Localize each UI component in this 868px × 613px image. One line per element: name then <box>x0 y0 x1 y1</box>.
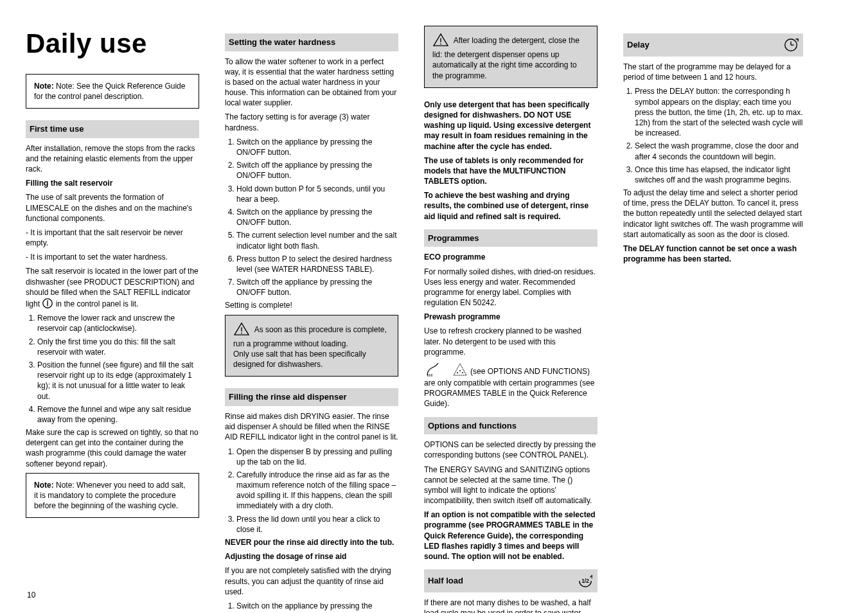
section-first-time-use: First time use <box>26 120 199 138</box>
hstep2: Switch off the appliance by pressing the… <box>236 160 398 181</box>
hstep3: Hold down button P for 5 seconds, until … <box>236 184 398 204</box>
note-box-salt-mandatory: Note: Note: Whenever you need to add sal… <box>26 473 199 519</box>
section-half-load: Half load 1/2 <box>424 569 598 592</box>
energy-saving-icon <box>424 367 443 376</box>
note-box-qrg: Note: Note: See the Quick Reference Guid… <box>26 74 199 109</box>
li-salt-never-empty: It is important that the salt reservoir … <box>26 227 199 248</box>
p-never-pour: NEVER pour the rinse aid directly into t… <box>225 537 398 547</box>
sub-eco: ECO programme <box>424 252 598 262</box>
step-fill-water: Only the first time you do this: fill th… <box>37 337 199 357</box>
sub-prewash: Prewash programme <box>424 312 598 322</box>
dstep3: Once this time has elapsed, the indicato… <box>635 164 803 185</box>
hstep6: Press button P to select the desired har… <box>236 254 398 274</box>
rstep3: Press the lid down until you hear a clic… <box>236 514 398 535</box>
page-title: Daily use <box>26 26 199 62</box>
svg-point-7 <box>440 44 441 45</box>
p-setting-complete1: Setting is complete! <box>225 300 398 310</box>
rstep2: Carefully introduce the rinse aid as far… <box>236 470 398 511</box>
warning-box-run-empty: As soon as this procedure is complete, r… <box>225 315 398 377</box>
sanitizing-icon <box>452 367 470 376</box>
astep1: Switch on the appliance by pressing the … <box>236 601 398 613</box>
p-delay-info: The start of the programme may be delaye… <box>623 62 803 82</box>
svg-point-10 <box>459 370 461 371</box>
dstep1: Press the DELAY button: the correspondin… <box>635 86 803 138</box>
hstep1: Switch on the appliance by pressing the … <box>236 137 398 157</box>
section-delay: Delay <box>623 33 803 57</box>
p-hardness-info: To allow the water softener to work in a… <box>225 57 398 109</box>
section-options-functions: Options and functions <box>424 417 598 435</box>
svg-marker-8 <box>454 364 466 375</box>
p-factory-setting: The factory setting is for average (3) w… <box>225 112 398 132</box>
sub-adjust-dosage: Adjusting the dosage of rinse aid <box>225 551 398 562</box>
p-remove-stops: After installation, remove the stops fro… <box>26 143 199 175</box>
p-tablets: The use of tablets is only recommended f… <box>424 155 598 187</box>
sub-filling-salt: Filling the salt reservoir <box>26 178 199 188</box>
svg-point-4 <box>241 332 242 333</box>
p-adjust-info: If you are not completely satisfied with… <box>225 565 398 597</box>
p-salt-location: The salt reservoir is located in the low… <box>26 266 199 309</box>
p-cap-tight: Make sure the cap is screwed on tightly,… <box>26 427 199 469</box>
step-remove-funnel: Remove the funnel and wipe any salt resi… <box>37 404 199 425</box>
p-options-direct: OPTIONS can be selected directly by pres… <box>424 440 598 460</box>
p-delay-adjust: To adjust the delay time and select a sh… <box>623 188 803 240</box>
hstep5: The current selection level number and t… <box>236 230 398 251</box>
half-load-icon: 1/2 <box>577 573 594 589</box>
p-options-incompat2: If an option is not compatible with the … <box>424 510 598 562</box>
p-options-incompat1: The ENERGY SAVING and SANITIZING options… <box>424 465 598 506</box>
li-set-hardness: It is important to set the water hardnes… <box>26 252 199 262</box>
p-only-detergent: Only use detergent that has been specifi… <box>424 100 598 152</box>
hstep4: Switch on the appliance by pressing the … <box>236 207 398 227</box>
warn-run-empty-text: As soon as this procedure is complete, r… <box>233 325 387 348</box>
step-funnel: Position the funnel (see figure) and fil… <box>37 360 199 402</box>
p-prewash: Use to refresh crockery planned to be wa… <box>424 326 598 357</box>
svg-point-9 <box>457 372 458 373</box>
warn-detergent-text: After loading the detergent, close the l… <box>432 36 580 80</box>
sub-filling-rinse-aid: Filling the rinse aid dispenser <box>225 388 398 406</box>
note-salt-text: Note: Whenever you need to add salt, it … <box>34 481 185 510</box>
p-best-results: To achieve the best washing and drying r… <box>424 190 598 222</box>
p-salt-limescale: The use of salt prevents the formation o… <box>26 192 199 224</box>
page-number: 10 <box>27 590 35 600</box>
step-remove-rack: Remove the lower rack and unscrew the re… <box>37 313 199 333</box>
dstep2: Select the wash programme, close the doo… <box>635 141 803 161</box>
hstep7: Switch off the appliance by pressing the… <box>236 277 398 298</box>
svg-text:1/2: 1/2 <box>581 578 589 584</box>
delay-clock-icon <box>783 37 799 53</box>
p-rinse-aid-info: Rinse aid makes dish DRYING easier. The … <box>225 411 398 443</box>
sub-setting-hardness: Setting the water hardness <box>225 33 398 51</box>
warning-box-detergent: After loading the detergent, close the l… <box>424 26 598 88</box>
p-eco: For normally soiled dishes, with dried-o… <box>424 267 598 308</box>
p-options-compat: (see OPTIONS AND FUNCTIONS) are only com… <box>424 361 598 409</box>
p-delay-cannot: The DELAY function cannot be set once a … <box>623 244 803 264</box>
warn-salt-only-text: Only use salt that has been specifically… <box>233 350 366 369</box>
salt-refill-indicator-icon <box>42 299 55 308</box>
section-programmes: Programmes <box>424 229 598 247</box>
p-half-load-info: If there are not many dishes to be washe… <box>424 598 598 613</box>
note-qrg-text: Note: See the Quick Reference Guide for … <box>34 82 185 101</box>
svg-point-11 <box>462 372 463 373</box>
warning-triangle-icon <box>432 33 449 49</box>
warning-triangle-icon <box>233 322 250 339</box>
rstep1: Open the dispenser B by pressing and pul… <box>236 447 398 467</box>
